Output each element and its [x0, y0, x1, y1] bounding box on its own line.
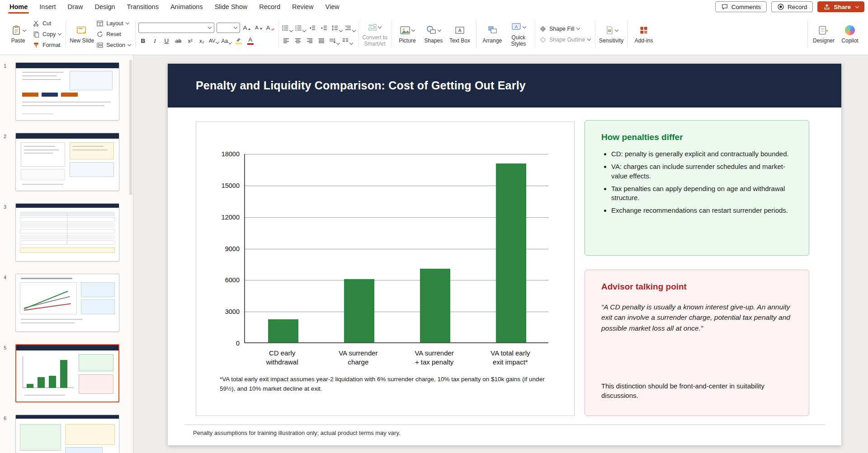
- cut-icon: [33, 20, 40, 27]
- add-ins-button[interactable]: Add-ins: [631, 24, 657, 44]
- decrease-font-size-button[interactable]: A: [254, 23, 264, 33]
- bullet-list-chevron-icon: [289, 28, 293, 32]
- align-right-button[interactable]: [305, 36, 315, 45]
- bullet-item: Tax penalties can apply depending on age…: [611, 184, 793, 203]
- menu-tab-home[interactable]: Home: [4, 0, 33, 14]
- font-name-combobox[interactable]: [138, 23, 214, 33]
- add-ins-icon: [639, 26, 648, 35]
- shapes-icon: [426, 25, 437, 36]
- text-box-button[interactable]: A Text Box: [447, 24, 473, 44]
- copy-button[interactable]: Copy: [31, 30, 62, 38]
- menu-tab-animations[interactable]: Animations: [165, 0, 209, 14]
- share-button[interactable]: Share: [817, 1, 864, 12]
- slide-thumbnail-1[interactable]: [15, 62, 119, 121]
- quick-styles-button[interactable]: A Quick Styles: [505, 21, 532, 47]
- shape-fill-button[interactable]: Shape Fill: [538, 25, 592, 33]
- pink-panel-body: This distinction should be front-and-cen…: [601, 381, 795, 400]
- bold-button[interactable]: B: [138, 36, 148, 46]
- slide-number: 5: [4, 344, 13, 402]
- chart-bar-2[interactable]: [344, 279, 374, 342]
- bullet-list-button[interactable]: [282, 23, 292, 33]
- clear-formatting-button[interactable]: A: [266, 23, 275, 33]
- chart-bar-3[interactable]: [420, 269, 450, 342]
- slide-thumbnail-2[interactable]: [15, 133, 119, 191]
- y-axis-tick-label: 15000: [198, 182, 240, 189]
- menu-bar: HomeInsertDrawDesignTransitionsAnimation…: [0, 0, 868, 14]
- slide-title-bar[interactable]: Penalty and Liquidity Comparison: Cost o…: [168, 64, 841, 107]
- align-center-button[interactable]: [293, 36, 303, 45]
- reset-icon: [96, 31, 104, 38]
- menu-tab-insert[interactable]: Insert: [33, 0, 61, 14]
- superscript-button[interactable]: x²: [185, 36, 195, 46]
- slide-thumbnail-6[interactable]: [15, 415, 119, 453]
- menu-tab-review[interactable]: Review: [286, 0, 320, 14]
- arrange-button[interactable]: Arrange: [479, 24, 505, 44]
- cut-button[interactable]: Cut: [31, 19, 62, 28]
- menu-tab-transitions[interactable]: Transitions: [121, 0, 165, 14]
- advisor-talking-point-panel[interactable]: Advisor talking point “A CD penalty is u…: [585, 270, 809, 416]
- chart[interactable]: 0300060009000120001500018000 CD early wi…: [196, 121, 575, 416]
- layout-button[interactable]: Layout: [95, 19, 132, 28]
- slide-thumbnail-5[interactable]: [15, 344, 119, 402]
- thumbnail-scrollbar[interactable]: [129, 60, 132, 195]
- bullet-item: VA: charges can include surrender schedu…: [611, 162, 793, 181]
- menu-tab-draw[interactable]: Draw: [62, 0, 89, 14]
- y-axis-tick-label: 0: [198, 340, 240, 347]
- slide-canvas[interactable]: Penalty and Liquidity Comparison: Cost o…: [168, 64, 841, 445]
- format-painter-button[interactable]: Format: [31, 41, 62, 49]
- text-direction-button[interactable]: [329, 36, 340, 45]
- picture-button[interactable]: Picture: [394, 24, 420, 44]
- slide-thumbnail-panel: 123456: [0, 55, 133, 453]
- text-highlight-button[interactable]: [234, 36, 243, 46]
- strikethrough-button[interactable]: ab: [174, 36, 183, 46]
- change-case-chevron-icon: [228, 40, 232, 44]
- list-level-button[interactable]: [344, 23, 355, 33]
- font-color-button[interactable]: A: [245, 36, 255, 46]
- subscript-button[interactable]: x₂: [197, 36, 207, 46]
- font-size-combobox[interactable]: [217, 23, 240, 33]
- slides-group: New Slide Layout Reset Section: [66, 15, 135, 53]
- justify-button[interactable]: [317, 36, 326, 45]
- reset-button[interactable]: Reset: [95, 30, 132, 38]
- new-slide-button[interactable]: New Slide: [69, 24, 95, 44]
- menu-tab-slide-show[interactable]: Slide Show: [209, 0, 254, 14]
- shape-format-group: Shape Fill Shape Outline: [535, 15, 595, 53]
- designer-button[interactable]: Designer: [811, 24, 837, 44]
- addins-group: Add-ins: [627, 15, 660, 53]
- how-penalties-differ-panel[interactable]: How penalties differ CD: penalty is gene…: [585, 120, 809, 256]
- change-case-button[interactable]: Aa: [221, 36, 231, 46]
- sensitivity-button[interactable]: Sensitivity: [598, 24, 624, 44]
- italic-button[interactable]: I: [150, 36, 160, 46]
- shape-outline-button[interactable]: Shape Outline: [538, 36, 592, 44]
- insert-group: Picture Shapes A Text Box: [391, 15, 476, 53]
- copilot-button[interactable]: Copilot: [837, 24, 863, 44]
- section-button[interactable]: Section: [95, 41, 132, 49]
- font-size-input[interactable]: [220, 25, 232, 31]
- columns-button[interactable]: [342, 36, 353, 45]
- increase-indent-button[interactable]: [320, 23, 329, 33]
- align-left-button[interactable]: [282, 36, 291, 45]
- decrease-indent-button[interactable]: [308, 23, 317, 33]
- chart-footnote: *VA total early exit impact assumes year…: [220, 375, 561, 394]
- comments-button[interactable]: Comments: [715, 1, 767, 12]
- character-spacing-button[interactable]: AV: [209, 36, 219, 46]
- menu-tab-design[interactable]: Design: [89, 0, 121, 14]
- format-painter-icon: [33, 42, 40, 49]
- chart-bar-1[interactable]: [268, 319, 298, 342]
- font-name-input[interactable]: [142, 25, 207, 31]
- increase-font-size-button[interactable]: A: [242, 23, 252, 33]
- record-button[interactable]: Record: [771, 1, 813, 12]
- numbered-list-button[interactable]: [295, 23, 306, 33]
- shapes-button[interactable]: Shapes: [420, 24, 447, 44]
- paste-button[interactable]: Paste: [5, 24, 31, 44]
- chart-bar-4[interactable]: [496, 163, 526, 342]
- menu-tab-record[interactable]: Record: [253, 0, 286, 14]
- slide-thumbnail-3[interactable]: [15, 203, 119, 262]
- slide-thumbnail-4[interactable]: [15, 274, 119, 332]
- line-spacing-button[interactable]: [331, 23, 342, 33]
- underline-button[interactable]: U: [162, 36, 171, 46]
- convert-to-smartart-button[interactable]: Convert to SmartArt: [362, 21, 388, 47]
- svg-text:A: A: [458, 28, 462, 33]
- menu-tab-view[interactable]: View: [320, 0, 345, 14]
- x-axis-category-label: CD early withdrawal: [248, 349, 316, 366]
